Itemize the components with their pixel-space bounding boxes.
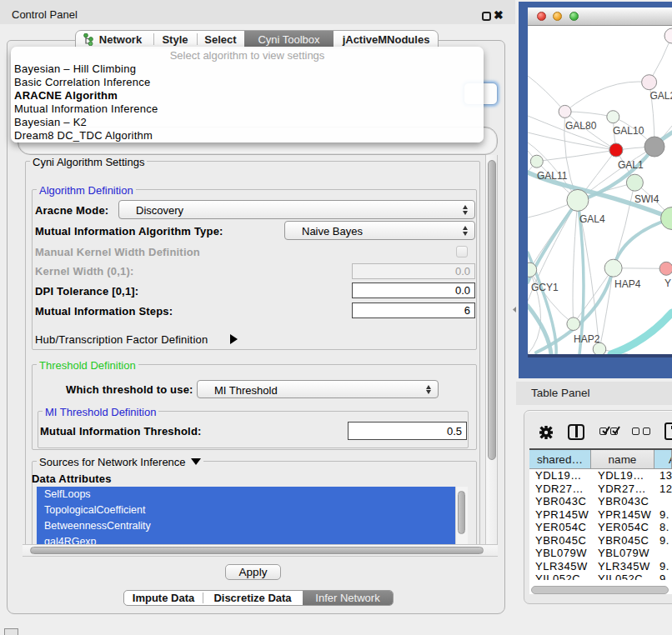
gear-icon[interactable] — [538, 424, 554, 441]
aracne-mode-value: Discovery — [136, 204, 183, 217]
split-divider-handle[interactable] — [513, 307, 517, 312]
algorithm-option[interactable]: Mutual Information Inference — [11, 102, 484, 116]
tab-cyni-toolbox[interactable]: Cyni Toolbox — [244, 31, 333, 48]
tab-impute-data[interactable]: Impute Data — [124, 591, 203, 605]
tab-style[interactable]: Style — [153, 31, 197, 48]
apply-button[interactable]: Apply — [225, 564, 281, 580]
network-edge[interactable] — [574, 268, 614, 324]
table-hscrollbar-track[interactable] — [529, 584, 672, 594]
table-hscrollbar-thumb[interactable] — [531, 586, 669, 594]
minimize-traffic-light[interactable] — [553, 12, 562, 21]
mi-type-combo[interactable]: Naive Bayes — [284, 221, 475, 240]
attribute-item[interactable]: TopologicalCoefficient — [37, 502, 455, 518]
kernel-width-label: Kernel Width (0,1): — [35, 265, 134, 278]
network-node[interactable] — [530, 155, 543, 168]
columns-icon[interactable] — [568, 424, 584, 440]
network-node[interactable] — [642, 75, 657, 90]
table-row[interactable]: YBL079WYBL079W — [529, 547, 672, 560]
which-threshold-combo[interactable]: MI Threshold — [197, 380, 439, 398]
table-cell: YBR045C — [535, 534, 586, 548]
network-node[interactable] — [661, 208, 672, 230]
deselect-checkbox-icon[interactable] — [643, 428, 650, 435]
manual-kernel-checkbox[interactable] — [456, 246, 468, 258]
mi-steps-field[interactable] — [352, 302, 475, 318]
algorithm-option[interactable]: Dream8 DC_TDC Algorithm — [11, 129, 484, 142]
attributes-scrollbar-thumb[interactable] — [458, 491, 465, 534]
network-node[interactable] — [664, 28, 672, 43]
network-node[interactable] — [659, 262, 672, 275]
dpi-tolerance-field[interactable] — [352, 282, 475, 298]
table-row[interactable]: YIL052CYIL052C9. — [529, 572, 672, 580]
network-edge[interactable] — [528, 76, 565, 112]
data-attributes-list[interactable]: SelfLoopsTopologicalCoefficientBetweenne… — [37, 487, 455, 548]
network-node-label: HAP2 — [574, 333, 600, 345]
algorithm-option[interactable]: Bayesian – Hill Climbing — [11, 62, 484, 76]
algorithm-option[interactable]: ARACNE Algorithm — [11, 89, 484, 102]
zoom-traffic-light[interactable] — [569, 12, 579, 21]
attribute-item[interactable]: SelfLoops — [37, 487, 455, 502]
tab-discretize-data[interactable]: Discretize Data — [203, 591, 303, 605]
dock-icon[interactable] — [4, 628, 18, 635]
network-edge[interactable] — [565, 112, 614, 117]
collapse-arrow-icon[interactable] — [191, 458, 201, 465]
table-row[interactable]: YPR145WYPR145W9. — [529, 508, 672, 522]
table-row[interactable]: YBR045CYBR045C9. — [529, 534, 672, 548]
network-edge-highlighted[interactable] — [611, 312, 672, 354]
tab-network[interactable]: Network — [76, 31, 153, 48]
settings-hscrollbar-thumb[interactable] — [30, 547, 484, 554]
network-node[interactable] — [559, 105, 571, 118]
aracne-mode-combo[interactable]: Discovery — [118, 200, 475, 219]
select-all-checkbox-icon[interactable] — [599, 428, 607, 435]
network-node[interactable] — [607, 111, 619, 123]
network-node[interactable] — [609, 143, 623, 157]
table-row[interactable]: YBR043CYBR043C — [529, 495, 672, 508]
network-canvas[interactable]: GAL2GAL80GAL10GAL1GAL11SWI4GAL4GCY1HAP4Y… — [528, 26, 672, 354]
network-view-shadow — [528, 354, 672, 358]
network-node[interactable] — [604, 259, 622, 277]
network-node-label: GCY1 — [531, 282, 559, 293]
mi-threshold-field[interactable] — [348, 422, 467, 440]
select-all-checkbox-icon[interactable] — [610, 428, 618, 435]
column-header-shared-name[interactable]: shared… — [529, 450, 591, 469]
table-cell: 13 — [659, 469, 672, 482]
tab-select[interactable]: Select — [197, 31, 244, 48]
table-row[interactable]: YLR345WYLR345W9. — [529, 560, 672, 573]
table-row[interactable]: YDL19…YDL19…13 — [529, 469, 672, 482]
algorithm-option[interactable]: Basic Correlation Inference — [11, 76, 484, 89]
data-attributes-label: Data Attributes — [32, 472, 112, 485]
tab-style-label: Style — [162, 33, 188, 46]
table-cell: YDL19… — [598, 469, 644, 482]
network-node[interactable] — [644, 137, 664, 157]
column-header-partial[interactable]: A — [654, 450, 672, 469]
network-edge[interactable] — [573, 200, 578, 323]
close-icon[interactable]: ✖ — [494, 8, 504, 22]
table-cell: 12 — [659, 482, 672, 496]
attribute-item[interactable]: BetweennessCentrality — [37, 518, 455, 534]
table-row[interactable]: YER054CYER054C8. — [529, 521, 672, 534]
mi-type-label: Mutual Information Algorithm Type: — [35, 225, 223, 238]
network-edge[interactable] — [537, 150, 616, 162]
algorithm-option[interactable]: Bayesian – K2 — [11, 116, 484, 129]
deselect-checkbox-icon[interactable] — [632, 428, 639, 435]
table-cell: 9. — [659, 508, 669, 522]
column-header-name[interactable]: name — [591, 450, 654, 469]
tab-jactivemnodules[interactable]: jActiveMNodules — [333, 31, 439, 48]
node-table: shared… name A YDL19…YDL19…13YDR27…YDR27… — [529, 448, 672, 594]
network-node-label: GAL11 — [537, 170, 568, 182]
network-window-titlebar[interactable] — [528, 8, 672, 26]
network-edge[interactable] — [565, 82, 649, 112]
network-node[interactable] — [567, 318, 580, 331]
table-panel-title: Table Panel — [531, 387, 590, 399]
document-icon[interactable] — [664, 422, 672, 440]
kernel-width-field[interactable] — [352, 263, 475, 279]
network-node[interactable] — [567, 189, 589, 211]
expand-arrow-icon[interactable] — [230, 334, 238, 344]
algorithm-list: Bayesian – Hill ClimbingBasic Correlatio… — [11, 62, 484, 142]
close-traffic-light[interactable] — [537, 12, 546, 21]
settings-vscrollbar-thumb[interactable] — [488, 160, 496, 460]
float-window-icon[interactable] — [482, 12, 491, 21]
tab-infer-network[interactable]: Infer Network — [303, 591, 393, 605]
mi-type-value: Naive Bayes — [302, 225, 363, 238]
network-node[interactable] — [626, 174, 643, 191]
table-row[interactable]: YDR27…YDR27…12 — [529, 482, 672, 496]
